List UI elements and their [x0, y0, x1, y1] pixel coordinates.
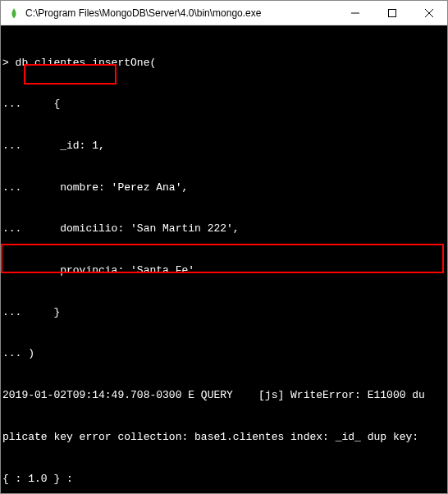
terminal-line: ... domicilio: 'San Martin 222',: [2, 222, 446, 236]
app-icon: [7, 7, 21, 20]
close-button[interactable]: [410, 1, 447, 25]
terminal-line: > db.clientes.insertOne(: [2, 57, 446, 71]
terminal-line: ... _id: 1,: [2, 140, 446, 153]
svg-rect-1: [388, 9, 395, 16]
terminal-line: ... {: [2, 98, 446, 112]
maximize-button[interactable]: [373, 1, 410, 25]
terminal-line: ... nombre: 'Perez Ana',: [2, 181, 446, 195]
terminal-line: { : 1.0 } :: [2, 473, 446, 487]
terminal-line: ... }: [2, 306, 446, 320]
titlebar-buttons: [336, 1, 447, 25]
titlebar: C:\Program Files\MongoDB\Server\4.0\bin\…: [1, 1, 447, 25]
window: C:\Program Files\MongoDB\Server\4.0\bin\…: [0, 0, 448, 494]
window-title: C:\Program Files\MongoDB\Server\4.0\bin\…: [25, 7, 336, 19]
minimize-button[interactable]: [336, 1, 373, 25]
terminal-output[interactable]: > db.clientes.insertOne( ... { ... _id: …: [1, 25, 447, 493]
terminal-line: 2019-01-02T09:14:49.708-0300 E QUERY [js…: [2, 389, 446, 403]
terminal-line: plicate key error collection: base1.clie…: [2, 431, 446, 445]
terminal-line: ... ): [2, 347, 446, 361]
terminal-line: ... provincia: 'Santa Fe': [2, 264, 446, 278]
